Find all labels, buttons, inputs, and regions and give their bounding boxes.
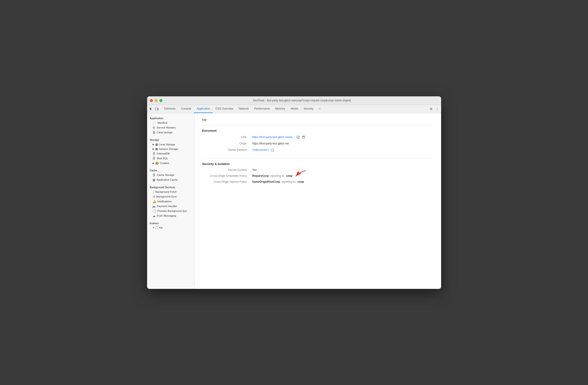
minimize-button[interactable] (155, 99, 158, 102)
application-cache-icon: ▦ (153, 178, 155, 182)
sidebar-item-clear-storage[interactable]: 🗑 Clear storage (147, 130, 195, 135)
maximize-button[interactable] (159, 99, 162, 102)
session-storage-grid-icon: ▦ (155, 147, 158, 150)
manifest-icon: 📄 (153, 121, 156, 125)
web-sql-icon: 🗄 (153, 157, 156, 160)
push-messaging-icon: ☁ (153, 214, 156, 217)
sidebar-item-periodic-background-sync[interactable]: 🕐 Periodic Background Syn (147, 209, 195, 214)
secure-context-row: Secure Context Yes (202, 168, 434, 171)
document-section: Document URL https://first-party-test.gl… (202, 125, 434, 158)
device-toggle-icon[interactable] (155, 107, 159, 111)
coep-reporting-value: coep (286, 174, 293, 177)
more-options-icon[interactable]: ⋮ (435, 107, 439, 111)
sidebar-item-payment-handler[interactable]: ▬ Payment Handler (147, 204, 195, 209)
sidebar-item-application-cache[interactable]: ▦ Application Cache (147, 177, 195, 182)
coep-label: Cross-Origin Embedder Policy (202, 174, 252, 177)
tab-media[interactable]: Media (288, 105, 301, 113)
page-title: top (202, 118, 434, 121)
tab-performance[interactable]: Performance (252, 105, 273, 113)
sidebar-section-application: Application (147, 115, 195, 121)
svg-rect-0 (155, 108, 157, 110)
devtools-container: Elements Console Application CSS Overvie… (147, 105, 441, 289)
sidebar-item-web-sql[interactable]: 🗄 Web SQL (147, 156, 195, 161)
origin-value: https://first-party-test.glitch.me (252, 142, 289, 145)
coop-policy-value: SameOriginPlusCoep (252, 180, 280, 183)
sidebar-item-cookies[interactable]: ▶ 🍪 Cookies (147, 161, 195, 165)
window-title: DevTools - first-party-test.glitch.me/co… (166, 99, 438, 102)
sidebar-item-background-fetch[interactable]: ↕ Background Fetch (147, 190, 195, 194)
sidebar-item-top-frame[interactable]: ▼ ☐ top (147, 226, 195, 230)
owner-element-row: Owner Element <#document> i (202, 148, 434, 152)
tab-bar: Elements Console Application CSS Overvie… (147, 105, 441, 113)
cache-storage-icon: 🗄 (153, 173, 156, 177)
coop-reporting-label: reporting to: (281, 180, 296, 183)
tab-bar-icons (149, 107, 159, 111)
local-storage-grid-icon: ▦ (155, 143, 158, 146)
payment-handler-icon: ▬ (153, 205, 156, 208)
sidebar-item-service-workers[interactable]: ⚙ Service Workers (147, 125, 195, 130)
url-open-icon[interactable] (296, 135, 300, 139)
sidebar-item-push-messaging[interactable]: ☁ Push Messaging (147, 214, 195, 218)
coop-value: SameOriginPlusCoep reporting to: coop (252, 180, 304, 183)
expand-arrow-session-storage: ▶ (153, 148, 154, 150)
settings-icon[interactable]: ⚙ (429, 107, 433, 111)
coop-row: Cross-Origin Opener Policy SameOriginPlu… (202, 180, 434, 183)
coep-row: Cross-Origin Embedder Policy RequireCorp… (202, 174, 434, 177)
url-reload-icon[interactable] (301, 135, 306, 139)
sidebar-item-session-storage[interactable]: ▶ ▦ Session Storage (147, 147, 195, 151)
sidebar: Application 📄 Manifest ⚙ Service Workers… (147, 113, 195, 289)
tab-css-overview[interactable]: CSS Overview (213, 105, 236, 113)
owner-element-label: Owner Element (202, 148, 252, 151)
sidebar-item-background-sync[interactable]: ↺ Background Sync (147, 194, 195, 199)
titlebar: DevTools - first-party-test.glitch.me/co… (147, 96, 441, 105)
coop-reporting-value: coop (297, 180, 304, 183)
frame-icon: ☐ (156, 226, 158, 229)
background-sync-icon: ↺ (153, 195, 155, 198)
security-isolation-section: Security & Isolation Secure Context Yes … (202, 158, 434, 190)
main-content: Application 📄 Manifest ⚙ Service Workers… (147, 113, 441, 289)
tab-application[interactable]: Application (194, 105, 213, 113)
notifications-icon: 🔔 (153, 200, 156, 203)
sidebar-item-cache-storage[interactable]: 🗄 Cache Storage (147, 173, 195, 177)
sidebar-item-local-storage[interactable]: ▶ ▦ Local Storage (147, 142, 195, 147)
tab-elements[interactable]: Elements (162, 105, 179, 113)
expand-arrow-cookies: ▶ (153, 162, 154, 164)
sidebar-section-frames: Frames (147, 220, 195, 226)
sidebar-item-manifest[interactable]: 📄 Manifest (147, 121, 195, 125)
expanded-arrow-top: ▼ (153, 226, 155, 229)
background-fetch-icon: ↕ (153, 190, 154, 194)
tab-network[interactable]: Network (236, 105, 252, 113)
owner-element-link[interactable]: <#document> (252, 148, 269, 151)
tab-security[interactable]: Security (301, 105, 316, 113)
expand-arrow-local-storage: ▶ (153, 143, 154, 146)
svg-rect-1 (158, 108, 159, 110)
tab-memory[interactable]: Memory (273, 105, 288, 113)
devtools-window: DevTools - first-party-test.glitch.me/co… (147, 96, 441, 289)
owner-element-info-icon[interactable]: i (270, 148, 274, 152)
origin-row: Origin https://first-party-test.glitch.m… (202, 142, 434, 145)
clear-storage-icon: 🗑 (153, 131, 156, 134)
cursor-icon[interactable] (149, 107, 153, 111)
service-workers-icon: ⚙ (153, 126, 155, 129)
origin-label: Origin (202, 142, 252, 145)
tab-console[interactable]: Console (179, 105, 194, 113)
traffic-lights (150, 99, 162, 102)
url-row: URL https://first-party-test.glitch.me/c… (202, 135, 434, 139)
document-section-title: Document (202, 129, 434, 132)
sidebar-section-storage: Storage (147, 137, 195, 142)
url-link[interactable]: https://first-party-test.glitch.me/co... (252, 136, 295, 139)
sidebar-section-cache: Cache (147, 167, 195, 173)
coep-reporting-label: reporting to: (270, 174, 285, 177)
url-label: URL (202, 136, 252, 139)
coop-label: Cross-Origin Opener Policy (202, 180, 252, 183)
coep-policy-value: RequireCorp (252, 174, 269, 177)
close-button[interactable] (150, 99, 153, 102)
security-section-title: Security & Isolation (202, 162, 434, 166)
sidebar-item-indexeddb[interactable]: 🗄 IndexedDB (147, 151, 195, 156)
tab-more[interactable]: » (316, 105, 323, 113)
owner-element-value: <#document> i (252, 148, 274, 152)
svg-text:i: i (272, 149, 273, 151)
sidebar-item-notifications[interactable]: 🔔 Notifications (147, 199, 195, 204)
secure-context-value: Yes (252, 168, 257, 171)
periodic-sync-icon: 🕐 (153, 209, 156, 213)
